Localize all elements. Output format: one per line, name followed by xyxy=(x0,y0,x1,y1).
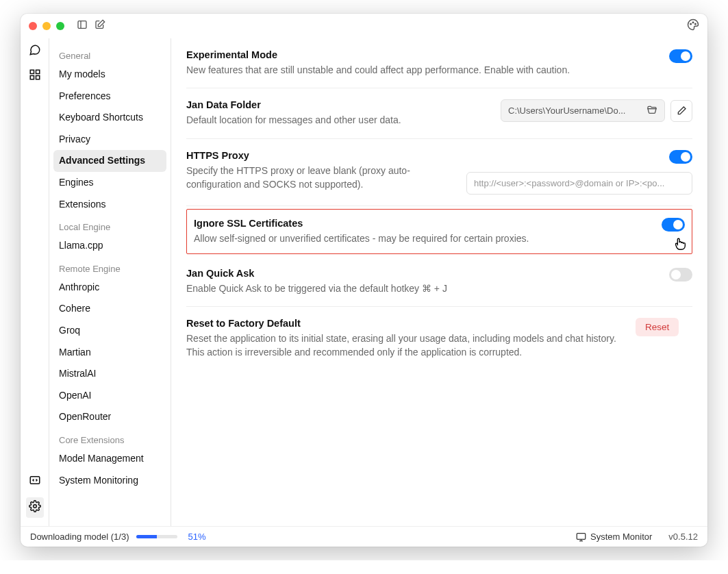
titlebar xyxy=(21,14,707,38)
svg-point-10 xyxy=(33,505,36,508)
sidebar-item-groq[interactable]: Groq xyxy=(53,320,166,342)
svg-rect-6 xyxy=(36,70,39,73)
panel-toggle-icon[interactable] xyxy=(77,19,88,33)
sidebar-item-extensions[interactable]: Extensions xyxy=(53,194,166,216)
svg-point-3 xyxy=(692,22,694,23)
ssl-toggle[interactable] xyxy=(662,218,685,232)
window-controls xyxy=(29,22,64,30)
sidebar-item-openai[interactable]: OpenAI xyxy=(53,385,166,407)
quickask-toggle[interactable] xyxy=(669,268,692,282)
sidebar-item-cohere[interactable]: Cohere xyxy=(53,298,166,320)
setting-data-folder: Jan Data Folder Default location for mes… xyxy=(186,88,692,138)
setting-reset: Reset to Factory Default Reset the appli… xyxy=(186,307,692,371)
sidebar-item-openrouter[interactable]: OpenRouter xyxy=(53,406,166,428)
settings-icon[interactable] xyxy=(26,497,44,518)
sidebar-item-my-models[interactable]: My models xyxy=(53,64,166,86)
settings-sidebar: General My models Preferences Keyboard S… xyxy=(49,38,171,526)
setting-title: Jan Data Folder xyxy=(186,99,490,110)
setting-ignore-ssl-highlight: Ignore SSL Certificates Allow self-signe… xyxy=(186,209,692,254)
grid-icon[interactable] xyxy=(29,68,41,84)
sidebar-item-advanced-settings[interactable]: Advanced Settings xyxy=(53,150,166,172)
palette-icon[interactable] xyxy=(687,21,699,33)
setting-experimental: Experimental Mode New features that are … xyxy=(186,44,692,88)
sidebar-item-mistralai[interactable]: MistralAI xyxy=(53,363,166,385)
svg-rect-0 xyxy=(78,21,86,29)
sidebar-item-system-monitoring[interactable]: System Monitoring xyxy=(53,470,166,492)
setting-title: Experimental Mode xyxy=(186,49,658,60)
code-icon[interactable] xyxy=(29,474,41,489)
settings-content: Experimental Mode New features that are … xyxy=(171,38,707,526)
svg-rect-11 xyxy=(577,534,586,540)
new-note-icon[interactable] xyxy=(95,19,105,33)
download-percent: 51% xyxy=(188,532,206,542)
setting-desc: New features that are still unstable and… xyxy=(186,63,658,77)
section-head-general: General xyxy=(53,44,166,64)
sidebar-item-privacy[interactable]: Privacy xyxy=(53,129,166,151)
reset-button[interactable]: Reset xyxy=(636,318,679,336)
setting-desc: Allow self-signed or unverified certific… xyxy=(194,232,651,245)
svg-rect-9 xyxy=(30,477,40,484)
setting-desc: Specify the HTTPS proxy or leave blank (… xyxy=(186,164,455,192)
version-label: v0.5.12 xyxy=(668,532,698,542)
svg-rect-7 xyxy=(30,76,34,79)
cursor-icon xyxy=(673,236,688,255)
download-status-text: Downloading model (1/3) xyxy=(30,532,129,542)
section-head-local: Local Engine xyxy=(53,215,166,235)
edit-path-button[interactable] xyxy=(670,100,692,122)
statusbar: Downloading model (1/3) 51% System Monit… xyxy=(21,526,707,547)
setting-title: HTTPS Proxy xyxy=(186,150,455,161)
setting-quick-ask: Jan Quick Ask Enable Quick Ask to be tri… xyxy=(186,257,692,307)
proxy-toggle[interactable] xyxy=(669,150,692,164)
setting-title: Reset to Factory Default xyxy=(186,318,625,329)
sidebar-item-engines[interactable]: Engines xyxy=(53,172,166,194)
section-head-remote: Remote Engine xyxy=(53,257,166,277)
maximize-window-button[interactable] xyxy=(56,22,64,30)
sidebar-item-martian[interactable]: Martian xyxy=(53,342,166,364)
setting-desc: Default location for messages and other … xyxy=(186,113,490,127)
svg-rect-5 xyxy=(30,70,34,73)
setting-desc: Reset the application to its initial sta… xyxy=(186,332,625,360)
system-monitor-label: System Monitor xyxy=(590,532,652,542)
close-window-button[interactable] xyxy=(29,22,37,30)
sidebar-item-anthropic[interactable]: Anthropic xyxy=(53,277,166,299)
setting-https-proxy: HTTPS Proxy Specify the HTTPS proxy or l… xyxy=(186,139,692,206)
chat-icon[interactable] xyxy=(29,44,41,59)
svg-rect-8 xyxy=(36,76,39,79)
sidebar-item-preferences[interactable]: Preferences xyxy=(53,86,166,108)
left-rail xyxy=(21,38,49,526)
svg-point-4 xyxy=(695,23,696,25)
app-window: General My models Preferences Keyboard S… xyxy=(21,14,707,547)
folder-open-icon xyxy=(647,104,657,117)
setting-title: Ignore SSL Certificates xyxy=(194,218,651,229)
svg-point-2 xyxy=(690,23,692,25)
setting-title: Jan Quick Ask xyxy=(186,268,658,279)
setting-desc: Enable Quick Ask to be triggered via the… xyxy=(186,282,658,295)
sidebar-item-keyboard-shortcuts[interactable]: Keyboard Shortcuts xyxy=(53,107,166,129)
minimize-window-button[interactable] xyxy=(42,22,51,30)
section-head-core: Core Extensions xyxy=(53,428,166,448)
sidebar-item-llama-cpp[interactable]: Llama.cpp xyxy=(53,235,166,257)
download-progress-bar xyxy=(136,535,177,538)
sidebar-item-model-management[interactable]: Model Management xyxy=(53,448,166,470)
proxy-input[interactable] xyxy=(466,172,692,195)
data-folder-path[interactable]: C:\Users\YourUsername\Do... xyxy=(501,99,665,122)
system-monitor-button[interactable]: System Monitor xyxy=(576,532,652,542)
experimental-toggle[interactable] xyxy=(669,49,692,63)
data-folder-path-text: C:\Users\YourUsername\Do... xyxy=(508,105,625,116)
